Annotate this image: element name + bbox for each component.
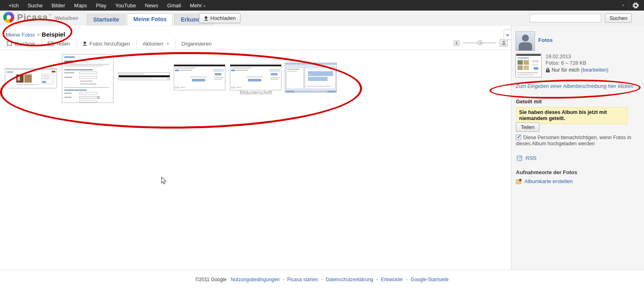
topbar-right-controls: ▾	[618, 0, 641, 11]
topbar-divider	[628, 0, 629, 11]
topnav-play[interactable]: Play	[92, 2, 111, 9]
picasa-logo[interactable]: Picasa ™ -Webalben	[3, 12, 78, 23]
photo-locations-heading: Aufnahmeorte der Fotos	[516, 169, 577, 175]
share-album-button[interactable]: Teilen	[45, 41, 72, 47]
rss-row: RSS	[517, 155, 537, 161]
share-button[interactable]: Teilen	[516, 122, 539, 132]
fullscreen-icon	[7, 41, 12, 46]
envelope-icon	[48, 42, 54, 46]
gear-icon[interactable]	[632, 2, 641, 9]
map-icon	[516, 179, 522, 184]
organize-button[interactable]: Organisieren	[179, 41, 214, 47]
notify-checkbox[interactable]: ✓	[516, 135, 521, 140]
zoom-out-person-icon[interactable]	[454, 40, 460, 46]
search-input[interactable]	[530, 14, 601, 22]
photo-thumbnail-2[interactable]	[62, 54, 114, 103]
photo-thumbnail-6[interactable]	[285, 63, 337, 93]
create-album-map-link[interactable]: Albumkarte erstellen	[524, 178, 573, 184]
topnav-maps[interactable]: Maps	[70, 2, 92, 9]
footer-link-privacy[interactable]: Datenschutzerklärung	[326, 277, 373, 282]
photo-caption: Bildunterschrift	[230, 90, 282, 96]
topnav-plus-ich[interactable]: +Ich	[4, 2, 23, 9]
footer-link-terms[interactable]: Nutzungsbedingungen	[231, 277, 279, 282]
topnav-mehr[interactable]: Mehr▾	[186, 2, 210, 9]
page-footer: ©2011 Google Nutzungsbedingungen - Picas…	[0, 277, 644, 282]
search-area: Suchen	[530, 13, 632, 23]
main-tabs: Startseite Meine Fotos Erkunden	[87, 13, 215, 25]
breadcrumb-album-title: Beispiel	[42, 31, 65, 38]
zoom-slider-handle[interactable]	[478, 40, 482, 45]
caret-down-icon: ▾	[203, 4, 205, 8]
picasa-pinwheel-icon	[3, 12, 14, 23]
tab-meine-fotos[interactable]: Meine Fotos	[127, 13, 173, 25]
photo-thumbnail-1[interactable]	[5, 68, 57, 88]
album-main-area: Meine Fotos>Beispiel Diashow Teilen	[0, 26, 511, 270]
checkmark-icon: ✓	[517, 134, 521, 140]
footer-link-developers[interactable]: Entwickler	[381, 277, 403, 282]
add-photos-button[interactable]: Fotos hinzufügen	[80, 41, 133, 47]
album-toolbar: Diashow Teilen Fotos hinzufügen A	[4, 39, 214, 48]
breadcrumb-meine-fotos[interactable]: Meine Fotos	[6, 32, 35, 38]
album-sidebar: Fotos 19.02.2013 Fotos: 6 – 728 KB	[511, 26, 644, 270]
zoom-slider-track[interactable]	[463, 42, 496, 44]
search-button[interactable]: Suchen	[605, 13, 632, 23]
album-photo-count: Fotos: 6 – 728 KB	[546, 60, 608, 66]
toolbar-divider	[0, 50, 511, 50]
caret-down-icon[interactable]: ▾	[618, 3, 628, 7]
topnav-news[interactable]: News	[140, 2, 163, 9]
album-cover-thumbnail[interactable]	[515, 53, 541, 77]
album-info: 19.02.2013 Fotos: 6 – 728 KB Nur für mic…	[546, 53, 608, 73]
album-date: 19.02.2013	[546, 53, 608, 60]
topnav-gmail[interactable]: Gmail	[163, 2, 186, 9]
lock-icon	[546, 68, 550, 73]
app-header: Picasa ™ -Webalben Startseite Meine Foto…	[0, 11, 644, 26]
create-map-row: Albumkarte erstellen	[516, 178, 573, 184]
add-description-link[interactable]: Zum Eingeben einer Albenbeschreibung hie…	[516, 83, 633, 89]
upload-button[interactable]: Hochladen	[199, 13, 240, 23]
photo-thumbnail-5[interactable]	[230, 64, 282, 90]
logo-suffix: -Webalben	[54, 15, 78, 21]
copyright-text: ©2011 Google	[195, 277, 227, 282]
tab-startseite[interactable]: Startseite	[87, 14, 126, 25]
upload-icon	[204, 16, 208, 21]
visibility-edit-link[interactable]: (bearbeiten)	[581, 67, 608, 73]
rss-link[interactable]: RSS	[526, 155, 537, 161]
footer-link-picasa-start[interactable]: Picasa starten	[287, 277, 318, 282]
photo-thumbnail-4[interactable]	[174, 64, 225, 90]
zoom-in-person-icon[interactable]	[500, 39, 508, 47]
logo-wordmark: Picasa	[17, 12, 48, 23]
photo-thumbnail-3[interactable]	[118, 72, 170, 80]
not-shared-notice: Sie haben dieses Album bis jetzt mit nie…	[516, 107, 628, 124]
sidebar-collapse-tab[interactable]: »	[504, 29, 511, 40]
actions-dropdown[interactable]: Aktionen▾	[140, 41, 171, 47]
topnav-youtube[interactable]: YouTube	[111, 2, 140, 9]
topnav-suche[interactable]: Suche	[23, 2, 47, 9]
picasa-webalbums-page: +Ich Suche Bilder Maps Play YouTube News…	[0, 0, 644, 295]
slideshow-button[interactable]: Diashow	[4, 41, 37, 47]
footer-divider	[0, 270, 644, 270]
caret-down-icon: ▾	[167, 42, 169, 46]
shared-with-heading: Geteilt mit	[516, 98, 542, 105]
album-visibility: Nur für mich	[552, 67, 579, 73]
google-topbar: +Ich Suche Bilder Maps Play YouTube News…	[0, 0, 644, 11]
breadcrumb-separator: >	[37, 32, 40, 38]
mouse-cursor	[161, 177, 167, 186]
owner-name-link[interactable]: Fotos	[538, 37, 552, 43]
owner-avatar[interactable]	[515, 31, 535, 51]
logo-trademark: ™	[48, 13, 52, 17]
rss-icon	[517, 155, 522, 161]
notify-label: Diese Personen benachrichtigen, wenn Fot…	[516, 135, 631, 146]
thumbnail-zoom-control	[454, 39, 508, 47]
topnav-bilder[interactable]: Bilder	[47, 2, 70, 9]
upload-icon	[83, 41, 87, 46]
footer-link-google-home[interactable]: Google-Startseite	[410, 277, 448, 282]
notify-option: ✓Diese Personen benachrichtigen, wenn Fo…	[516, 135, 634, 147]
breadcrumb: Meine Fotos>Beispiel	[6, 31, 65, 38]
google-nav: +Ich Suche Bilder Maps Play YouTube News…	[0, 2, 210, 9]
